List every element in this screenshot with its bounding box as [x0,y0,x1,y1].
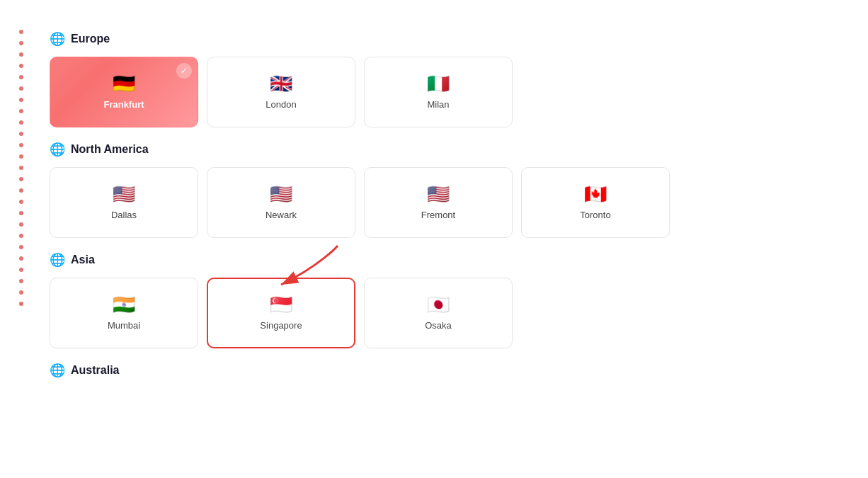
globe-icon: 🌐 [50,363,65,378]
card-label-singapore: Singapore [260,320,302,331]
sidebar-dot [19,268,23,272]
region-section-europe: 🌐Europe✓🇩🇪Frankfurt🇬🇧London🇮🇹Milan [50,31,847,127]
card-label-frankfurt: Frankfurt [103,99,144,110]
check-badge: ✓ [176,63,192,79]
sidebar-dot [19,120,23,125]
sidebar-dot [19,200,23,204]
sidebar-dot [19,30,23,34]
datacenter-card-toronto[interactable]: 🇨🇦Toronto [521,167,670,238]
globe-icon: 🌐 [50,31,65,47]
datacenter-card-london[interactable]: 🇬🇧London [207,57,355,127]
datacenter-card-newark[interactable]: 🇺🇸Newark [207,167,355,238]
regions-container: 🌐Europe✓🇩🇪Frankfurt🇬🇧London🇮🇹Milan🌐North… [50,31,847,378]
card-label-mumbai: Mumbai [108,320,140,331]
flag-dallas: 🇺🇸 [110,186,137,204]
sidebar-dot [19,234,23,238]
sidebar-dot [19,222,23,227]
region-label: Australia [71,364,119,377]
flag-london: 🇬🇧 [268,75,295,93]
card-label-fremont: Fremont [421,210,455,220]
card-label-toronto: Toronto [580,210,610,220]
region-label: North America [71,143,149,156]
main-content: 🌐Europe✓🇩🇪Frankfurt🇬🇧London🇮🇹Milan🌐North… [42,0,868,478]
sidebar-dot [19,52,23,57]
left-sidebar [0,0,42,478]
region-heading-asia: 🌐Asia [50,252,847,268]
region-section-north-america: 🌐North America🇺🇸Dallas🇺🇸Newark🇺🇸Fremont🇨… [50,142,847,238]
flag-toronto: 🇨🇦 [582,186,609,204]
region-section-australia: 🌐Australia [50,363,847,378]
card-label-milan: Milan [427,99,449,110]
region-heading-europe: 🌐Europe [50,31,847,47]
sidebar-dot [19,302,23,306]
region-label: Europe [71,33,110,45]
datacenter-grid-europe: ✓🇩🇪Frankfurt🇬🇧London🇮🇹Milan [50,57,847,127]
region-label: Asia [71,254,95,266]
sidebar-dot [19,188,23,193]
sidebar-dot [19,177,23,181]
sidebar-dot [19,154,23,159]
sidebar-dot [19,290,23,295]
region-section-asia: 🌐Asia🇮🇳Mumbai🇸🇬Singapore🇯🇵Osaka [50,252,847,348]
sidebar-dot [19,166,23,170]
datacenter-card-osaka[interactable]: 🇯🇵Osaka [364,278,513,348]
flag-singapore: 🇸🇬 [268,296,295,314]
datacenter-grid-asia: 🇮🇳Mumbai🇸🇬Singapore🇯🇵Osaka [50,278,847,348]
sidebar-dot [19,279,23,283]
card-label-newark: Newark [265,210,297,220]
sidebar-dot [19,143,23,147]
flag-mumbai: 🇮🇳 [110,296,137,314]
flag-fremont: 🇺🇸 [425,186,452,204]
datacenter-card-frankfurt[interactable]: ✓🇩🇪Frankfurt [50,57,198,127]
page-wrapper: 🌐Europe✓🇩🇪Frankfurt🇬🇧London🇮🇹Milan🌐North… [0,0,868,478]
datacenter-card-dallas[interactable]: 🇺🇸Dallas [50,167,198,238]
sidebar-dot [19,211,23,215]
flag-osaka: 🇯🇵 [425,296,452,314]
region-heading-north-america: 🌐North America [50,142,847,157]
sidebar-dot [19,245,23,249]
datacenter-card-mumbai[interactable]: 🇮🇳Mumbai [50,278,198,348]
dots-column [19,30,23,306]
sidebar-dot [19,64,23,68]
datacenter-card-singapore[interactable]: 🇸🇬Singapore [207,278,355,348]
sidebar-dot [19,41,23,45]
region-heading-australia: 🌐Australia [50,363,847,378]
flag-newark: 🇺🇸 [268,186,295,204]
sidebar-dot [19,132,23,136]
card-label-osaka: Osaka [425,320,452,331]
sidebar-dot [19,256,23,261]
card-label-dallas: Dallas [111,210,137,220]
sidebar-dot [19,86,23,91]
datacenter-card-fremont[interactable]: 🇺🇸Fremont [364,167,513,238]
flag-milan: 🇮🇹 [425,75,452,93]
flag-frankfurt: 🇩🇪 [110,75,137,93]
sidebar-dot [19,98,23,102]
globe-icon: 🌐 [50,252,65,268]
globe-icon: 🌐 [50,142,65,157]
sidebar-dot [19,109,23,113]
datacenter-grid-north-america: 🇺🇸Dallas🇺🇸Newark🇺🇸Fremont🇨🇦Toronto [50,167,847,238]
sidebar-dot [19,75,23,79]
card-label-london: London [265,99,296,110]
datacenter-card-milan[interactable]: 🇮🇹Milan [364,57,513,127]
